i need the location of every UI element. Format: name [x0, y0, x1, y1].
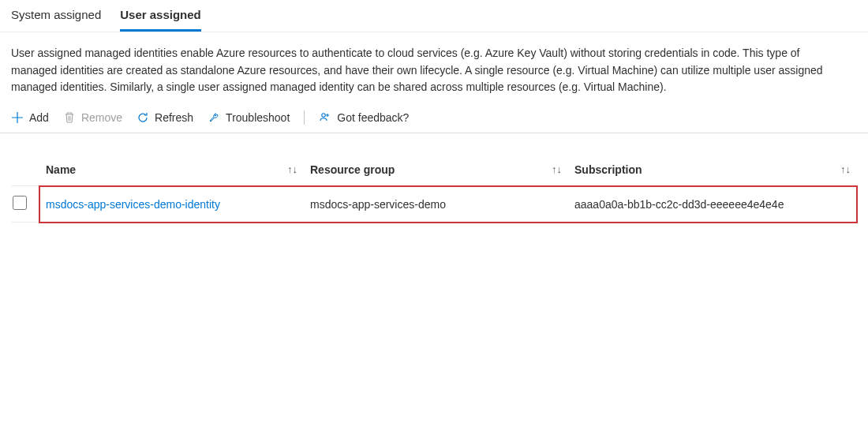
table-row[interactable]: msdocs-app-services-demo-identity msdocs…: [11, 186, 857, 223]
sort-icon: ↑↓: [840, 163, 851, 175]
identity-table-wrap: Name ↑↓ Resource group ↑↓ Subscription ↑…: [0, 133, 868, 223]
identity-resource-group: msdocs-app-services-demo: [310, 198, 446, 211]
wrench-icon: [208, 111, 220, 124]
identity-subscription: aaaa0a0a-bb1b-cc2c-dd3d-eeeeee4e4e4e: [574, 198, 784, 211]
feedback-icon: [319, 111, 331, 124]
header-sub-label: Subscription: [574, 163, 642, 176]
add-button[interactable]: Add: [11, 111, 49, 124]
header-subscription[interactable]: Subscription ↑↓: [568, 155, 857, 186]
troubleshoot-label: Troubleshoot: [226, 111, 290, 124]
toolbar-separator: [304, 110, 305, 125]
refresh-button[interactable]: Refresh: [137, 111, 193, 124]
tab-system-assigned[interactable]: System assigned: [11, 3, 101, 32]
header-name[interactable]: Name ↑↓: [39, 155, 304, 186]
identity-table: Name ↑↓ Resource group ↑↓ Subscription ↑…: [11, 155, 857, 223]
header-checkbox-cell: [11, 155, 39, 186]
feedback-label: Got feedback?: [337, 111, 409, 124]
sort-icon: ↑↓: [552, 163, 562, 175]
refresh-label: Refresh: [155, 111, 193, 124]
trash-icon: [63, 111, 76, 124]
header-name-label: Name: [46, 163, 76, 176]
refresh-icon: [137, 111, 149, 124]
header-rg-label: Resource group: [310, 163, 395, 176]
toolbar: Add Remove Refresh Troubleshoot Got feed…: [0, 103, 868, 133]
row-checkbox-cell: [11, 186, 39, 223]
add-label: Add: [29, 111, 49, 124]
identity-tabs: System assigned User assigned: [0, 0, 868, 32]
identity-name-link[interactable]: msdocs-app-services-demo-identity: [46, 198, 220, 211]
row-checkbox[interactable]: [13, 196, 27, 210]
remove-button: Remove: [63, 111, 122, 124]
tab-user-assigned[interactable]: User assigned: [120, 3, 201, 32]
header-resource-group[interactable]: Resource group ↑↓: [304, 155, 568, 186]
remove-label: Remove: [81, 111, 122, 124]
sort-icon: ↑↓: [287, 163, 297, 175]
description-text: User assigned managed identities enable …: [0, 32, 852, 103]
troubleshoot-button[interactable]: Troubleshoot: [208, 111, 290, 124]
feedback-button[interactable]: Got feedback?: [319, 111, 409, 124]
plus-icon: [11, 111, 24, 124]
svg-point-0: [322, 114, 325, 117]
